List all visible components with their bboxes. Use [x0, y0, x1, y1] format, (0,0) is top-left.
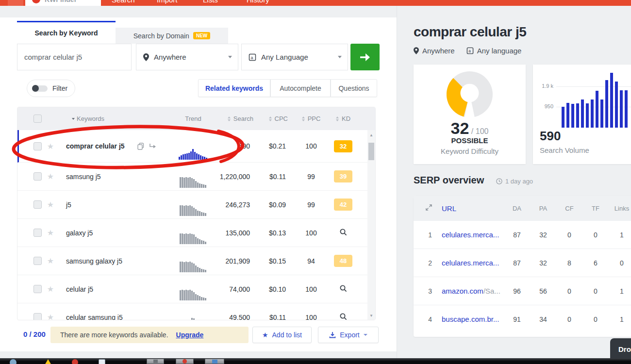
- serp-row[interactable]: 1 celulares.merca... 87 32 0 0 1: [414, 220, 631, 248]
- magnifier-icon[interactable]: [339, 313, 348, 321]
- select-all-checkbox[interactable]: [33, 115, 42, 123]
- keyword-row[interactable]: ★ celular j5 74,000 $0.10 100: [17, 275, 375, 303]
- row-checkbox[interactable]: [33, 142, 42, 150]
- keyword-text[interactable]: celular j5: [66, 285, 93, 293]
- keyword-text[interactable]: comprar celular j5: [66, 142, 125, 150]
- tab-search-by-keyword[interactable]: Search by Keyword: [17, 22, 116, 44]
- tab-search-by-domain[interactable]: Search by Domain NEW: [116, 28, 228, 44]
- serp-row[interactable]: 3 amazon.com/Sa... 96 56 0 0 1: [414, 277, 631, 305]
- column-tf-label[interactable]: TF: [582, 205, 609, 212]
- kd-badge[interactable]: 32: [334, 140, 352, 152]
- tab-search-by-domain-label: Search by Domain: [133, 32, 189, 40]
- column-url-label[interactable]: URL: [436, 204, 504, 213]
- taskbar-app-icon[interactable]: [99, 359, 105, 364]
- serp-url-link[interactable]: buscape.com.br...: [442, 315, 499, 323]
- column-pa-label[interactable]: PA: [530, 205, 556, 212]
- tab-autocomplete[interactable]: Autocomplete: [270, 79, 331, 97]
- search-submit-button[interactable]: [350, 44, 380, 70]
- kd-badge[interactable]: 39: [334, 170, 352, 182]
- row-checkbox[interactable]: [33, 172, 42, 181]
- tab-questions[interactable]: Questions: [331, 79, 377, 97]
- column-search-label: Search: [233, 115, 253, 122]
- kd-badge[interactable]: 48: [334, 255, 352, 267]
- taskbar-button[interactable]: [205, 359, 224, 364]
- scrollbar-thumb[interactable]: [368, 143, 374, 160]
- keyword-text[interactable]: samsung galaxy j5: [66, 257, 122, 265]
- serp-row[interactable]: 4 buscape.com.br... 91 34 0 0 1: [414, 305, 631, 333]
- keyword-row[interactable]: ★ samsung j5 1,220,000 $0.11 99 39: [17, 163, 375, 191]
- nav-item-history[interactable]: History: [247, 0, 269, 4]
- nav-item-import[interactable]: Import: [157, 0, 178, 4]
- column-search[interactable]: Search: [216, 115, 253, 122]
- keyword-row[interactable]: ★ samsung galaxy j5 201,909 $0.15 94 48: [17, 247, 375, 275]
- warning-triangle-icon[interactable]: [45, 359, 51, 364]
- serp-rank: 4: [414, 315, 436, 323]
- upgrade-link[interactable]: Upgrade: [176, 331, 204, 339]
- star-icon[interactable]: ★: [42, 313, 59, 320]
- expand-icon[interactable]: [414, 204, 436, 212]
- serp-url-link[interactable]: celulares.merca...: [442, 259, 499, 267]
- column-links-label[interactable]: Links: [609, 205, 631, 212]
- row-checkbox[interactable]: [33, 285, 42, 293]
- taskbar-app-icon[interactable]: [10, 359, 17, 364]
- taskbar-button[interactable]: [147, 359, 164, 364]
- column-cpc[interactable]: CPC: [253, 115, 300, 122]
- serp-url-link[interactable]: celulares.merca...: [442, 231, 499, 239]
- location-select-value: Anywhere: [154, 53, 186, 61]
- language-select[interactable]: a Any Language: [241, 44, 348, 70]
- magnifier-icon[interactable]: [339, 228, 348, 238]
- keyword-row[interactable]: ★ celular samsung j5 49,500 $0.11 100: [17, 303, 375, 320]
- copy-icon[interactable]: [137, 143, 144, 150]
- star-icon[interactable]: ★: [42, 256, 59, 265]
- volume-label: Search Volume: [540, 146, 589, 154]
- kd-badge[interactable]: 42: [334, 199, 352, 211]
- nav-item-search[interactable]: Search: [112, 0, 135, 4]
- detail-title: comprar celular j5: [414, 24, 526, 40]
- menu-icon[interactable]: [8, 0, 23, 6]
- export-button[interactable]: Export: [318, 327, 379, 343]
- row-checkbox[interactable]: [33, 257, 42, 265]
- column-ppc[interactable]: PPC: [300, 115, 322, 122]
- location-select[interactable]: Anywhere: [136, 44, 238, 70]
- keyword-row[interactable]: ★ j5 246,273 $0.09 99 42: [17, 191, 375, 219]
- keyword-text[interactable]: galaxy j5: [66, 229, 93, 237]
- star-icon[interactable]: ★: [42, 284, 59, 294]
- keyword-text[interactable]: samsung j5: [66, 173, 101, 181]
- star-icon[interactable]: ★: [42, 200, 59, 209]
- taskbar-app-icon[interactable]: [72, 359, 78, 364]
- keyword-text[interactable]: j5: [66, 201, 71, 209]
- brand-tab[interactable]: KWFinder: [25, 0, 101, 6]
- magnifier-icon[interactable]: [339, 284, 348, 294]
- column-cf-label[interactable]: CF: [556, 205, 582, 212]
- add-to-list-button[interactable]: ★ Add to list: [252, 327, 312, 343]
- row-checkbox[interactable]: [33, 200, 42, 209]
- cpc-cell: $0.10: [269, 285, 300, 293]
- filter-toggle[interactable]: Filter: [27, 80, 75, 97]
- keyword-input[interactable]: comprar celular j5: [17, 44, 132, 70]
- serp-rank: 1: [414, 231, 436, 239]
- windows-taskbar[interactable]: [0, 358, 631, 364]
- star-icon[interactable]: ★: [42, 228, 59, 237]
- keyword-row[interactable]: ★ galaxy j5 135,000 $0.13 100: [17, 219, 375, 247]
- keyword-text[interactable]: celular samsung j5: [66, 314, 123, 321]
- nav-item-lists[interactable]: Lists: [203, 0, 218, 4]
- row-checkbox[interactable]: [33, 229, 42, 237]
- toggle-knob: [32, 85, 39, 92]
- serp-row[interactable]: 2 celulares.merca... 87 32 8 6 0: [414, 248, 631, 277]
- column-da-label[interactable]: DA: [504, 205, 530, 212]
- star-icon[interactable]: ★: [42, 142, 59, 151]
- open-in-serp-icon[interactable]: [149, 143, 156, 149]
- keyword-row[interactable]: ★ comprar celular j5 590 $0.21 100 32: [17, 130, 375, 163]
- scroll-down-icon[interactable]: ▼: [367, 312, 375, 319]
- serp-url-link[interactable]: amazon.com: [442, 287, 483, 295]
- tab-related-keywords[interactable]: Related keywords: [198, 79, 270, 97]
- search-volume-card: 1.9 k 950 590 Search Volume: [533, 65, 631, 164]
- star-icon[interactable]: ★: [42, 172, 59, 181]
- toggle-track[interactable]: [32, 85, 48, 92]
- column-kd[interactable]: KD: [336, 115, 350, 122]
- taskbar-button[interactable]: [176, 359, 194, 364]
- table-scrollbar[interactable]: ▲ ▼: [367, 130, 375, 320]
- column-keywords[interactable]: Keywords: [72, 115, 104, 122]
- row-checkbox[interactable]: [33, 313, 42, 320]
- scroll-up-icon[interactable]: ▲: [367, 131, 375, 139]
